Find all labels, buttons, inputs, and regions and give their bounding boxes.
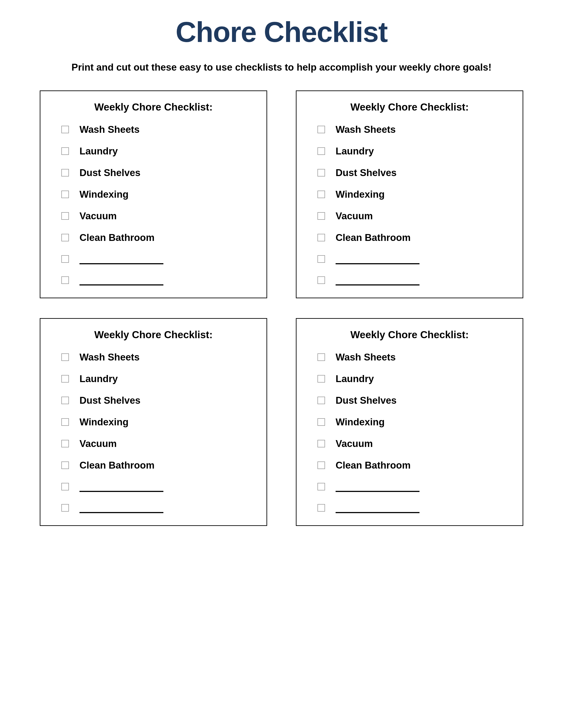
checkbox-icon[interactable]	[61, 126, 69, 133]
checkbox-icon[interactable]	[61, 191, 69, 198]
checklist-item: Wash Sheets	[61, 124, 254, 135]
blank-write-in-line[interactable]	[336, 504, 420, 513]
checklist-item-blank	[318, 481, 510, 492]
checklist-card: Weekly Chore Checklist:Wash SheetsLaundr…	[40, 318, 267, 526]
checklist-item: Vacuum	[318, 438, 510, 449]
checklist-item-blank	[318, 254, 510, 264]
checklist-item: Dust Shelves	[318, 167, 510, 178]
checklist-item: Windexing	[318, 189, 510, 200]
checklist-item: Dust Shelves	[318, 395, 510, 406]
checkbox-icon[interactable]	[61, 255, 69, 263]
checkbox-icon[interactable]	[61, 418, 69, 426]
checklist-item-blank	[61, 275, 254, 285]
checklist-item-label: Wash Sheets	[79, 352, 139, 363]
checklist-item: Vacuum	[61, 438, 254, 449]
checklist-item: Laundry	[318, 146, 510, 157]
checklist-item-label: Dust Shelves	[336, 167, 397, 178]
checklist-item: Laundry	[318, 373, 510, 384]
checklist-card: Weekly Chore Checklist:Wash SheetsLaundr…	[40, 90, 267, 298]
checklist-item-label: Vacuum	[336, 438, 373, 449]
checkbox-icon[interactable]	[318, 375, 325, 383]
checklist-items: Wash SheetsLaundryDust ShelvesWindexingV…	[53, 124, 254, 285]
checklist-item: Windexing	[61, 417, 254, 428]
checkbox-icon[interactable]	[61, 353, 69, 361]
checkbox-icon[interactable]	[318, 276, 325, 284]
checklist-item-blank	[61, 503, 254, 513]
checkbox-icon[interactable]	[61, 504, 69, 512]
checklist-item: Dust Shelves	[61, 395, 254, 406]
checklist-grid: Weekly Chore Checklist:Wash SheetsLaundr…	[40, 90, 523, 526]
page-subtitle: Print and cut out these easy to use chec…	[40, 62, 523, 73]
page-title: Chore Checklist	[40, 15, 523, 49]
checklist-item-label: Dust Shelves	[336, 395, 397, 406]
checkbox-icon[interactable]	[61, 440, 69, 447]
checklist-item: Laundry	[61, 373, 254, 384]
checklist-item: Windexing	[61, 189, 254, 200]
checklist-item: Clean Bathroom	[318, 460, 510, 471]
card-title: Weekly Chore Checklist:	[309, 101, 510, 113]
checkbox-icon[interactable]	[318, 418, 325, 426]
checklist-item: Laundry	[61, 146, 254, 157]
checklist-item-label: Clean Bathroom	[336, 232, 411, 243]
checkbox-icon[interactable]	[318, 504, 325, 512]
checklist-item: Vacuum	[61, 210, 254, 221]
checkbox-icon[interactable]	[318, 126, 325, 133]
card-title: Weekly Chore Checklist:	[309, 329, 510, 341]
checklist-item: Dust Shelves	[61, 167, 254, 178]
checklist-item: Clean Bathroom	[61, 232, 254, 243]
checkbox-icon[interactable]	[61, 276, 69, 284]
checklist-item: Windexing	[318, 417, 510, 428]
checklist-item: Wash Sheets	[61, 352, 254, 363]
checklist-items: Wash SheetsLaundryDust ShelvesWindexingV…	[309, 352, 510, 513]
checkbox-icon[interactable]	[318, 147, 325, 155]
checkbox-icon[interactable]	[318, 353, 325, 361]
checklist-item-blank	[318, 503, 510, 513]
blank-write-in-line[interactable]	[79, 504, 163, 513]
checklist-item-label: Windexing	[336, 417, 385, 428]
blank-write-in-line[interactable]	[336, 255, 420, 264]
card-title: Weekly Chore Checklist:	[53, 101, 254, 113]
checklist-item-label: Vacuum	[79, 210, 117, 221]
checklist-item-label: Windexing	[79, 189, 128, 200]
checklist-item: Wash Sheets	[318, 124, 510, 135]
checklist-item-label: Laundry	[336, 373, 374, 384]
checkbox-icon[interactable]	[318, 234, 325, 241]
checklist-item-label: Clean Bathroom	[79, 460, 154, 471]
checkbox-icon[interactable]	[318, 440, 325, 447]
blank-write-in-line[interactable]	[79, 277, 163, 285]
checkbox-icon[interactable]	[61, 483, 69, 490]
checkbox-icon[interactable]	[61, 397, 69, 404]
checkbox-icon[interactable]	[61, 147, 69, 155]
checklist-item: Wash Sheets	[318, 352, 510, 363]
checkbox-icon[interactable]	[318, 212, 325, 220]
checklist-item-blank	[61, 254, 254, 264]
checkbox-icon[interactable]	[61, 462, 69, 469]
checkbox-icon[interactable]	[318, 169, 325, 176]
card-title: Weekly Chore Checklist:	[53, 329, 254, 341]
checklist-items: Wash SheetsLaundryDust ShelvesWindexingV…	[53, 352, 254, 513]
checklist-item-label: Clean Bathroom	[79, 232, 154, 243]
checklist-item-label: Wash Sheets	[336, 352, 396, 363]
checkbox-icon[interactable]	[61, 169, 69, 176]
checklist-item: Vacuum	[318, 210, 510, 221]
blank-write-in-line[interactable]	[79, 483, 163, 492]
checkbox-icon[interactable]	[61, 212, 69, 220]
checkbox-icon[interactable]	[318, 462, 325, 469]
blank-write-in-line[interactable]	[79, 255, 163, 264]
checkbox-icon[interactable]	[61, 234, 69, 241]
checklist-item: Clean Bathroom	[318, 232, 510, 243]
checklist-item-label: Laundry	[336, 146, 374, 157]
checklist-item-label: Clean Bathroom	[336, 460, 411, 471]
checkbox-icon[interactable]	[318, 483, 325, 490]
checklist-card: Weekly Chore Checklist:Wash SheetsLaundr…	[296, 90, 523, 298]
checkbox-icon[interactable]	[318, 255, 325, 263]
checklist-item-label: Windexing	[79, 417, 128, 428]
checklist-item-label: Dust Shelves	[79, 167, 140, 178]
checkbox-icon[interactable]	[318, 397, 325, 404]
checkbox-icon[interactable]	[318, 191, 325, 198]
checkbox-icon[interactable]	[61, 375, 69, 383]
checklist-item-label: Windexing	[336, 189, 385, 200]
checklist-item-label: Laundry	[79, 146, 118, 157]
blank-write-in-line[interactable]	[336, 277, 420, 285]
blank-write-in-line[interactable]	[336, 483, 420, 492]
